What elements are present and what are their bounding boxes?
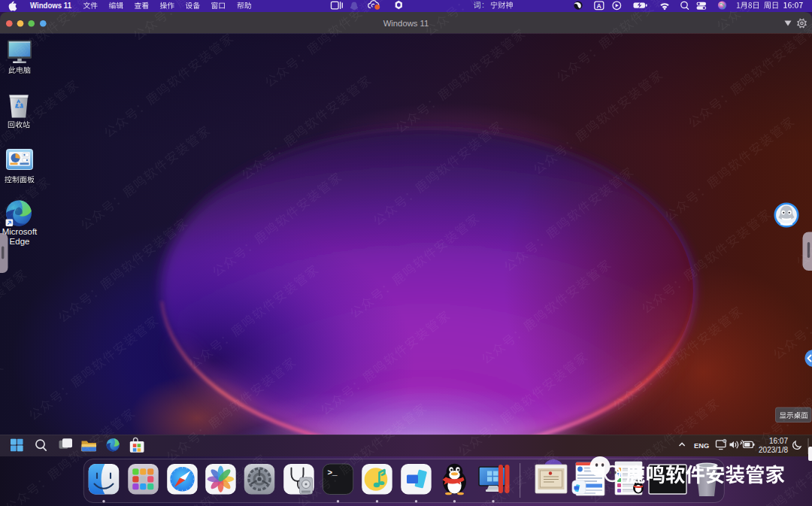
- svg-text:>_: >_: [328, 468, 338, 477]
- svg-text:Microsoft: Microsoft: [2, 227, 38, 236]
- svg-text:2023/1/8: 2023/1/8: [759, 446, 788, 454]
- svg-text:Edge: Edge: [10, 237, 30, 246]
- svg-text::: :: [482, 1, 484, 9]
- svg-text:Windows 11: Windows 11: [383, 19, 429, 28]
- svg-text:A: A: [597, 2, 601, 10]
- svg-text:Windows 11: Windows 11: [30, 1, 71, 10]
- svg-text:ENG: ENG: [694, 442, 709, 450]
